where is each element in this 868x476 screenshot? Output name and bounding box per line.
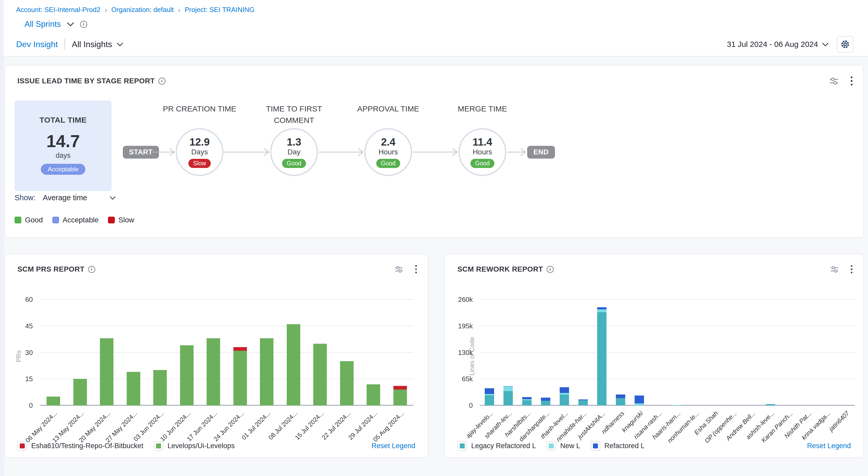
y-tick-label: 45 [5,322,33,330]
stage-circle[interactable]: 1.3DayGood [270,128,318,176]
x-axis-label: jatin6407 [828,410,850,433]
bar-segment[interactable] [503,386,513,391]
legend-swatch [593,443,598,448]
sliders-icon[interactable] [829,76,839,86]
bar-segment[interactable] [485,394,494,395]
gridline [40,299,414,300]
bar-segment[interactable] [46,396,60,406]
bar-segment[interactable] [394,390,407,406]
stage-title: MERGE TIME [441,103,524,115]
sprint-selector[interactable]: All Sprints i [4,14,868,33]
legend-swatch [156,443,161,448]
bar-segment[interactable] [766,404,775,406]
bar-segment[interactable] [672,405,681,406]
bar-segment[interactable] [634,395,644,403]
bar-segment[interactable] [541,401,550,406]
bar-segment[interactable] [153,370,167,406]
bar-segment[interactable] [287,324,300,406]
bar-segment[interactable] [394,386,407,390]
info-icon[interactable]: i [80,21,87,28]
bar-segment[interactable] [100,338,114,406]
y-tick-label: 65k [445,375,473,383]
date-range-selector[interactable]: 31 Jul 2024 - 06 Aug 2024 [727,40,829,49]
bar-segment[interactable] [503,391,513,406]
legend-chip[interactable]: Esha610/Testing-Repo-Of-Bitbucket [18,441,143,451]
chevron-right-icon: › [104,6,107,13]
y-tick-label: 60 [5,296,33,304]
bar-segment[interactable] [340,361,353,406]
chevron-down-icon [109,196,116,200]
bar-segment[interactable] [634,403,644,406]
bar-segment[interactable] [522,400,532,406]
bar-segment[interactable] [260,338,274,406]
flow-arrow-icon [151,147,175,157]
stage-circle[interactable]: 12.9DaysSlow [176,128,223,176]
total-time-value: 14.7 [46,131,80,151]
bar-segment[interactable] [127,372,140,406]
bar-segment[interactable] [579,400,588,406]
y-tick-label: 130k [445,349,473,357]
x-axis-line [40,405,414,406]
plot-area: ajay-levelo...sharath-lev...harshilbits.… [480,299,855,406]
sprint-selector-label[interactable]: All Sprints [25,20,61,29]
legend-chip[interactable]: New L [547,441,580,451]
bar-segment[interactable] [503,386,513,387]
legend-item[interactable]: Acceptable [52,216,99,224]
bar-segment[interactable] [616,394,625,398]
bar-segment[interactable] [560,395,569,406]
legend-chip[interactable]: Refactored L [591,441,645,451]
gridline [480,379,855,379]
bar-segment[interactable] [234,351,247,406]
bar-segment[interactable] [367,384,380,406]
insight-name-link[interactable]: Dev Insight [16,39,58,49]
bar-segment[interactable] [485,395,494,406]
stage-circle[interactable]: 11.4HoursGood [459,128,506,176]
collapsed-sidebar-strip [0,0,4,476]
flow-arrow-icon [413,147,458,157]
bar-segment[interactable] [616,398,625,406]
bar-segment[interactable] [180,345,194,406]
bar-segment[interactable] [207,338,220,406]
bar-segment[interactable] [522,399,532,400]
breadcrumb-item[interactable]: Account: SEI-Internal-Prod2 [16,6,100,14]
kebab-menu-icon[interactable] [850,76,853,86]
breadcrumb-item[interactable]: Project: SEI TRAINING [185,6,254,14]
show-label: Show: [14,194,36,202]
info-icon[interactable]: i [158,78,165,85]
bar-segment[interactable] [597,312,607,406]
legend-label: Levelops/Ui-Levelops [167,442,235,450]
legend-item[interactable]: Good [14,216,43,224]
legend-swatch [108,217,115,224]
legend-chip[interactable]: Legacy Refactored L [457,441,536,451]
bar-segment[interactable] [560,387,569,393]
reset-legend-link[interactable]: Reset Legend [807,442,851,450]
top-bar: Account: SEI-Internal-Prod2›Organization… [4,0,868,57]
chevron-down-icon[interactable] [67,22,74,27]
legend-chip[interactable]: Levelops/Ui-Levelops [154,441,235,451]
bar-segment[interactable] [485,388,494,394]
bar-segment[interactable] [579,399,588,400]
legend-swatch [52,217,59,224]
bar-segment[interactable] [560,393,569,394]
scm-prs-report-panel: SCM PRS REPORT i PRs06 May 2024...13 May… [4,254,428,458]
show-selector[interactable]: Show: Average time [14,194,116,202]
legend-item[interactable]: Slow [108,216,134,224]
reset-legend-link[interactable]: Reset Legend [372,442,415,450]
issue-lead-time-panel: ISSUE LEAD TIME BY STAGE REPORT i TOTAL … [4,65,864,238]
legend-checkbox [154,441,163,451]
show-value: Average time [43,194,87,202]
settings-button[interactable] [837,36,854,53]
bar-segment[interactable] [313,344,327,406]
legend-checkbox [457,441,467,451]
bar-segment[interactable] [541,397,550,401]
bar-segment[interactable] [73,379,87,406]
gear-icon [840,39,850,49]
bar-segment[interactable] [234,347,247,351]
bar-segment[interactable] [597,309,607,312]
total-time-label: TOTAL TIME [39,116,87,124]
insights-selector[interactable]: All Insights [72,39,124,49]
bar-segment[interactable] [522,397,532,399]
bar-segment[interactable] [597,307,607,309]
stage-circle[interactable]: 2.4HoursGood [364,128,412,176]
breadcrumb-item[interactable]: Organization: default [111,6,174,14]
